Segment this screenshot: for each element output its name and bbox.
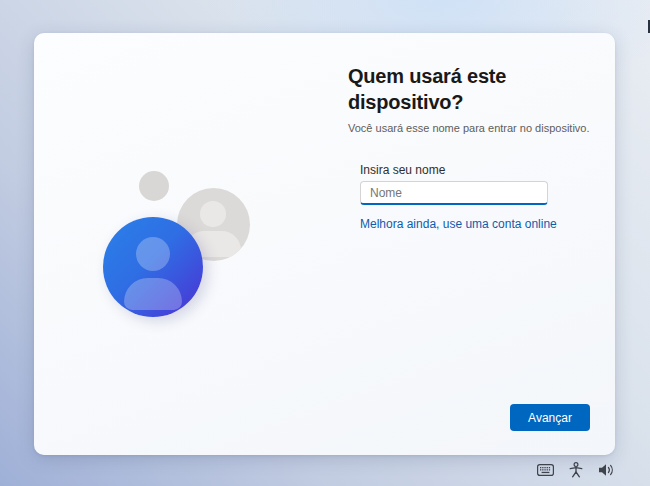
name-input[interactable] <box>360 181 548 205</box>
setup-card: Quem usará este dispositivo? Você usará … <box>34 33 615 455</box>
accessibility-icon[interactable] <box>569 462 583 478</box>
volume-icon[interactable] <box>598 463 614 477</box>
oobe-screen: { "oobe": { "title": "Quem usará este di… <box>0 0 650 486</box>
name-field-label: Insira seu nome <box>360 163 610 177</box>
avatar-head-shape <box>136 237 170 271</box>
next-button[interactable]: Avançar <box>510 404 590 431</box>
avatar-illustration <box>34 33 294 363</box>
avatar-head-shape <box>200 201 226 227</box>
page-title: Quem usará este dispositivo? <box>348 63 610 115</box>
avatar-body-shape <box>124 278 182 310</box>
avatar-small-circle <box>139 171 169 201</box>
page-subtitle: Você usará esse nome para entrar no disp… <box>348 121 610 135</box>
setup-content: Quem usará este dispositivo? Você usará … <box>348 63 610 232</box>
use-online-account-link[interactable]: Melhora ainda, use uma conta online <box>360 217 557 231</box>
avatar-blue-user-icon <box>103 217 203 317</box>
system-tray <box>537 461 614 479</box>
name-form: Insira seu nome Melhora ainda, use uma c… <box>360 163 610 232</box>
keyboard-icon[interactable] <box>537 464 554 476</box>
